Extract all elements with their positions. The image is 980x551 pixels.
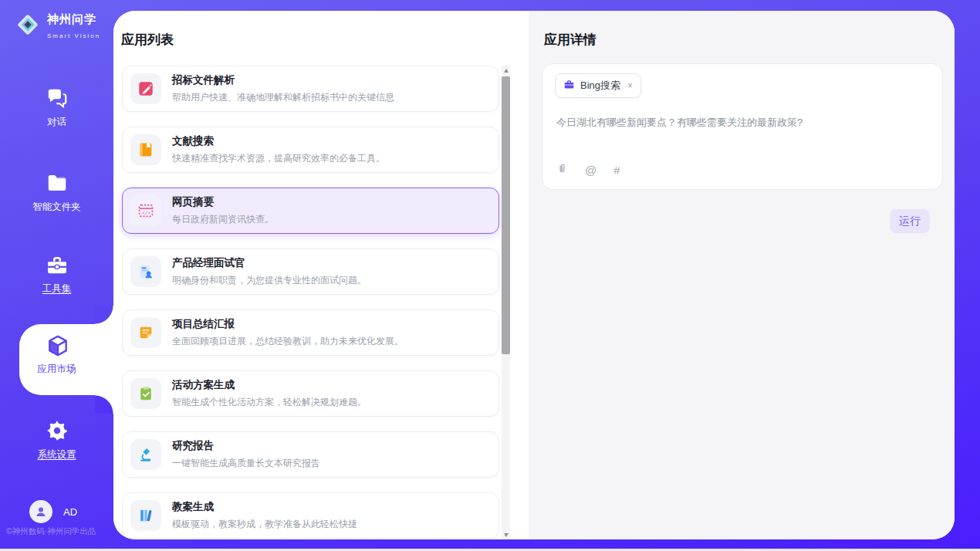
bubble-notch-bottom <box>95 395 113 414</box>
app-card-project-summary[interactable]: 项目总结汇报 全面回顾项目进展，总结经验教训，助力未来优化发展。 <box>122 309 499 356</box>
sidebar-item-label: 智能文件夹 <box>32 201 81 212</box>
list-scrollbar[interactable] <box>502 66 510 539</box>
resume-person-icon <box>130 256 161 287</box>
composer-toolbar: @ # <box>556 162 620 178</box>
query-input[interactable]: 今日湖北有哪些新闻要点？有哪些需要关注的最新政策? <box>556 115 927 130</box>
briefcase-icon <box>563 79 575 93</box>
paperclip-icon[interactable] <box>556 162 568 178</box>
tool-tag-bing-search[interactable]: Bing搜索 × <box>555 73 641 98</box>
tool-tag-close-icon[interactable]: × <box>627 80 633 91</box>
bubble-notch-top <box>95 306 113 324</box>
sidebar-item-settings[interactable]: 系统设置 <box>0 419 113 461</box>
sidebar-item-label: 工具集 <box>42 283 72 294</box>
note-icon <box>130 317 161 348</box>
app-card-title: 研究报告 <box>172 439 320 453</box>
app-card-title: 产品经理面试官 <box>172 256 367 270</box>
app-card-description: 全面回顾项目进展，总结经验教训，助力未来优化发展。 <box>172 335 404 348</box>
chat-icon <box>46 86 69 110</box>
footer-copyright: ©神州数码·神州问学出品 <box>6 526 96 537</box>
app-card-title: 项目总结汇报 <box>172 317 404 331</box>
user-account[interactable]: AD <box>29 500 77 523</box>
user-avatar-icon <box>29 500 52 523</box>
scrollbar-thumb[interactable] <box>502 76 510 354</box>
app-card-description: 帮助用户快速、准确地理解和解析招标书中的关键信息 <box>172 91 394 104</box>
app-card-literature-search[interactable]: 文献搜索 快速精准查找学术资源，提高研究效率的必备工具。 <box>122 127 499 173</box>
brand-name: 神州问学 <box>47 12 96 25</box>
main-content: 应用列表 招标文件解析 帮助用户快速、准确地理解和解析招标书中的关键信息 <box>113 11 955 539</box>
app-card-description: 模板驱动，教案秒成，教学准备从此轻松快捷 <box>172 518 357 531</box>
app-card-title: 网页摘要 <box>172 195 274 209</box>
sidebar-item-label: 应用市场 <box>38 363 76 374</box>
folder-icon <box>46 171 69 194</box>
brand-text: 神州问学 Smart Vision <box>47 12 100 41</box>
clipboard-check-icon <box>130 378 161 409</box>
scrollbar-up-arrow[interactable] <box>502 66 510 75</box>
app-card-description: 明确身份和职责，为您提供专业性的面试问题。 <box>172 274 367 287</box>
cube-icon <box>46 333 69 357</box>
app-detail-title: 应用详情 <box>544 31 596 49</box>
svg-text:</>: </> <box>142 210 151 216</box>
brand-logo: 神州问学 Smart Vision <box>14 11 100 42</box>
tool-tag-label: Bing搜索 <box>580 79 620 93</box>
app-card-research-report[interactable]: 研究报告 一键智能生成高质量长文本研究报告 <box>122 431 499 478</box>
pen-square-icon <box>130 73 161 104</box>
app-card-list: 招标文件解析 帮助用户快速、准确地理解和解析招标书中的关键信息 文献搜索 快速精… <box>122 66 499 539</box>
scrollbar-down-arrow[interactable] <box>502 530 510 539</box>
query-composer[interactable]: Bing搜索 × 今日湖北有哪些新闻要点？有哪些需要关注的最新政策? @ # <box>542 63 943 190</box>
toolbox-icon <box>46 253 69 276</box>
run-button[interactable]: 运行 <box>890 209 930 233</box>
app-card-pm-interviewer[interactable]: 产品经理面试官 明确身份和职责，为您提供专业性的面试问题。 <box>122 248 499 295</box>
app-card-title: 活动方案生成 <box>172 378 367 392</box>
diamond-logo-icon <box>14 11 42 42</box>
app-card-event-plan[interactable]: 活动方案生成 智能生成个性化活动方案，轻松解决规划难题。 <box>122 370 499 417</box>
app-list-title: 应用列表 <box>121 31 174 49</box>
user-initials: AD <box>63 506 77 518</box>
app-list-panel: 应用列表 招标文件解析 帮助用户快速、准确地理解和解析招标书中的关键信息 <box>113 11 529 539</box>
sidebar-item-toolset[interactable]: 工具集 <box>0 253 113 296</box>
app-card-description: 快速精准查找学术资源，提高研究效率的必备工具。 <box>172 152 385 165</box>
hash-icon[interactable]: # <box>613 164 620 177</box>
app-card-title: 招标文件解析 <box>172 73 394 87</box>
brand-subtitle: Smart Vision <box>47 32 100 39</box>
app-card-web-summary[interactable]: </> 网页摘要 每日政府新闻资讯快查。 <box>122 188 499 234</box>
microscope-icon <box>130 439 161 470</box>
sidebar-item-label: 系统设置 <box>38 449 76 460</box>
sidebar-item-app-market[interactable]: 应用市场 <box>0 333 113 376</box>
sidebar-item-smart-folder[interactable]: 智能文件夹 <box>0 171 113 214</box>
app-detail-panel: 应用详情 Bing搜索 × 今日湖北有哪些新闻要点？有哪些需要关注的最新政策? <box>529 11 955 539</box>
book-icon <box>130 134 161 165</box>
sidebar-item-label: 对话 <box>47 117 66 127</box>
app-card-description: 智能生成个性化活动方案，轻松解决规划难题。 <box>172 396 367 409</box>
app-card-description: 每日政府新闻资讯快查。 <box>172 213 274 226</box>
books-icon <box>130 500 161 531</box>
at-icon[interactable]: @ <box>585 164 596 177</box>
browser-code-icon: </> <box>130 195 161 226</box>
sidebar: 神州问学 Smart Vision 对话 智能文件夹 <box>0 0 113 551</box>
app-card-bid-parsing[interactable]: 招标文件解析 帮助用户快速、准确地理解和解析招标书中的关键信息 <box>122 66 499 112</box>
app-card-title: 教案生成 <box>172 500 357 514</box>
app-card-lesson-plan[interactable]: 教案生成 模板驱动，教案秒成，教学准备从此轻松快捷 <box>122 492 499 539</box>
app-card-title: 文献搜索 <box>172 134 385 148</box>
app-card-description: 一键智能生成高质量长文本研究报告 <box>172 457 320 470</box>
sidebar-item-chat[interactable]: 对话 <box>0 86 113 129</box>
gear-icon <box>46 419 69 442</box>
